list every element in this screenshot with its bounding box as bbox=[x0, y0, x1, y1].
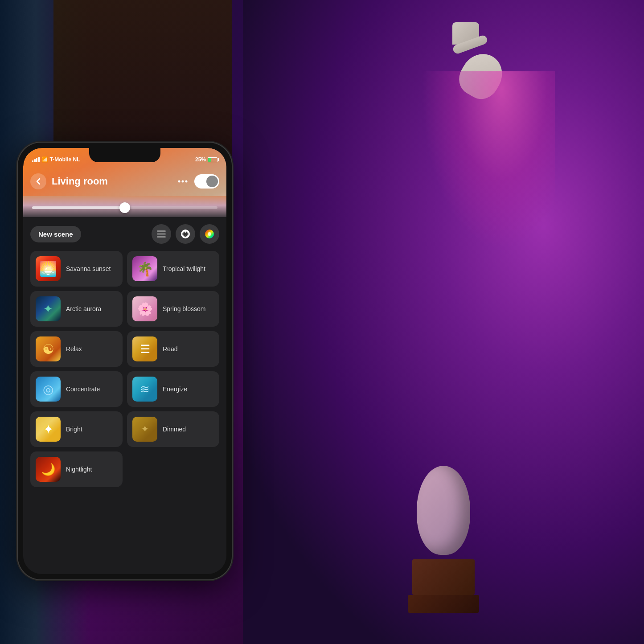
sculpture bbox=[408, 466, 479, 608]
sculpture-head bbox=[417, 466, 470, 555]
scene-item-bright[interactable]: ✦ Bright bbox=[30, 411, 123, 447]
room-toggle[interactable] bbox=[194, 174, 219, 189]
scene-label-nightlight: Nightlight bbox=[66, 466, 92, 473]
new-scene-button[interactable]: New scene bbox=[30, 226, 81, 242]
scene-item-dimmed[interactable]: ✦ Dimmed bbox=[127, 411, 219, 447]
battery-fill bbox=[208, 158, 211, 162]
phone-screen: 📶 T-Mobile NL 09:23 25% Li bbox=[23, 148, 226, 574]
scene-item-relax[interactable]: ☯ Relax bbox=[30, 331, 123, 367]
brightness-fill bbox=[32, 206, 125, 209]
scene-thumb-dimmed: ✦ bbox=[132, 417, 157, 442]
svg-rect-5 bbox=[157, 236, 166, 238]
nightlight-overlay: 🌙 bbox=[36, 457, 61, 482]
scene-label-bright: Bright bbox=[66, 426, 82, 433]
scene-item-savanna-sunset[interactable]: 🌅 Savanna sunset bbox=[30, 251, 123, 287]
scene-label-arctic: Arctic aurora bbox=[66, 305, 101, 312]
brightness-slider[interactable] bbox=[32, 206, 217, 209]
content-area[interactable]: New scene bbox=[23, 217, 226, 574]
svg-point-2 bbox=[185, 180, 188, 183]
scene-thumb-tropical: 🌴 bbox=[132, 256, 157, 281]
nav-row: Living room bbox=[23, 170, 226, 193]
brightness-thumb[interactable] bbox=[119, 202, 130, 213]
scene-thumb-savanna: 🌅 bbox=[36, 256, 61, 281]
read-overlay: ☰ bbox=[132, 336, 157, 361]
dimmed-overlay: ✦ bbox=[132, 417, 157, 442]
svg-point-10 bbox=[182, 233, 184, 235]
concentrate-overlay: ◎ bbox=[36, 377, 61, 402]
scene-thumb-arctic: ✦ bbox=[36, 296, 61, 321]
scene-thumb-read: ☰ bbox=[132, 336, 157, 361]
more-button[interactable] bbox=[175, 173, 191, 189]
energize-overlay: ≋ bbox=[132, 377, 157, 402]
wifi-icon: 📶 bbox=[41, 156, 48, 163]
scene-thumb-relax: ☯ bbox=[36, 336, 61, 361]
svg-rect-3 bbox=[157, 230, 166, 232]
phone-container: 📶 T-Mobile NL 09:23 25% Li bbox=[18, 143, 245, 611]
scene-label-energize: Energize bbox=[163, 386, 187, 393]
bright-overlay: ✦ bbox=[36, 417, 61, 442]
svg-point-11 bbox=[187, 233, 189, 235]
svg-point-0 bbox=[178, 180, 180, 183]
scene-item-tropical-twilight[interactable]: 🌴 Tropical twilight bbox=[127, 251, 219, 287]
scene-thumb-spring: 🌸 bbox=[132, 296, 157, 321]
sculpture-pedestal bbox=[408, 595, 479, 613]
toggle-knob bbox=[206, 176, 218, 187]
scene-thumb-bright: ✦ bbox=[36, 417, 61, 442]
scene-item-concentrate[interactable]: ◎ Concentrate bbox=[30, 371, 123, 407]
arctic-overlay: ✦ bbox=[36, 296, 61, 321]
status-right: 25% bbox=[195, 156, 217, 163]
signal-bars bbox=[32, 157, 40, 162]
scene-label-dimmed: Dimmed bbox=[163, 426, 186, 433]
scene-item-energize[interactable]: ≋ Energize bbox=[127, 371, 219, 407]
scene-thumb-nightlight: 🌙 bbox=[36, 457, 61, 482]
relax-overlay: ☯ bbox=[36, 336, 61, 361]
brightness-area bbox=[23, 196, 226, 219]
scene-view-button[interactable] bbox=[176, 224, 195, 244]
status-left: 📶 T-Mobile NL bbox=[32, 156, 80, 163]
list-view-button[interactable] bbox=[152, 224, 171, 244]
room-title: Living room bbox=[52, 176, 175, 187]
tropical-overlay: 🌴 bbox=[132, 256, 157, 281]
battery-percent: 25% bbox=[195, 156, 206, 163]
scene-item-arctic-aurora[interactable]: ✦ Arctic aurora bbox=[30, 291, 123, 327]
scene-label-read: Read bbox=[163, 345, 177, 353]
toolbar-row: New scene bbox=[30, 224, 219, 244]
spring-overlay: 🌸 bbox=[132, 296, 157, 321]
scene-thumb-concentrate: ◎ bbox=[36, 377, 61, 402]
color-picker-button[interactable] bbox=[200, 224, 219, 244]
svg-point-8 bbox=[185, 231, 186, 233]
scene-item-nightlight[interactable]: 🌙 Nightlight bbox=[30, 451, 123, 487]
carrier-label: T-Mobile NL bbox=[50, 156, 80, 163]
phone: 📶 T-Mobile NL 09:23 25% Li bbox=[18, 143, 232, 579]
savanna-overlay: 🌅 bbox=[36, 256, 61, 281]
scene-item-read[interactable]: ☰ Read bbox=[127, 331, 219, 367]
scene-label-spring: Spring blossom bbox=[163, 305, 206, 312]
svg-point-1 bbox=[182, 180, 184, 183]
back-button[interactable] bbox=[30, 173, 46, 189]
svg-point-13 bbox=[208, 232, 211, 236]
svg-point-9 bbox=[185, 235, 186, 237]
scene-label-tropical: Tropical twilight bbox=[163, 265, 205, 272]
scene-label-relax: Relax bbox=[66, 345, 82, 353]
notch bbox=[89, 148, 160, 162]
battery-icon bbox=[208, 157, 217, 162]
sculpture-base bbox=[412, 559, 475, 595]
scene-item-spring-blossom[interactable]: 🌸 Spring blossom bbox=[127, 291, 219, 327]
scene-label-savanna: Savanna sunset bbox=[66, 265, 111, 272]
scene-thumb-energize: ≋ bbox=[132, 377, 157, 402]
scenes-grid: 🌅 Savanna sunset 🌴 Tropical twilight bbox=[30, 251, 219, 487]
svg-rect-4 bbox=[157, 234, 166, 235]
scene-label-concentrate: Concentrate bbox=[66, 386, 100, 393]
